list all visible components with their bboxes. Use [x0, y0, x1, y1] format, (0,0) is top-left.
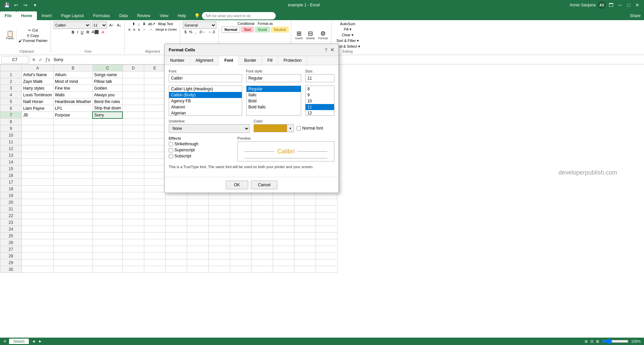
- tab-page-layout[interactable]: Page Layout: [56, 11, 88, 20]
- table-row[interactable]: [122, 152, 144, 159]
- table-row[interactable]: [53, 259, 93, 266]
- table-row[interactable]: [53, 186, 93, 192]
- row-header-5[interactable]: 5: [0, 98, 22, 105]
- table-row[interactable]: [22, 118, 54, 125]
- table-row[interactable]: Bend the rules: [93, 98, 122, 105]
- color-picker[interactable]: ▾: [254, 124, 294, 132]
- table-row[interactable]: [122, 145, 144, 152]
- table-row[interactable]: Purpose: [53, 112, 93, 118]
- row-header-17[interactable]: 17: [0, 179, 22, 186]
- table-row[interactable]: [316, 199, 337, 206]
- style-item-bold-italic[interactable]: Bold Italic: [247, 104, 301, 110]
- table-row[interactable]: [144, 165, 165, 172]
- view-page-break-icon[interactable]: ⊠: [596, 339, 599, 344]
- table-row[interactable]: [122, 105, 144, 112]
- col-header-b[interactable]: B: [53, 65, 93, 71]
- cancel-button[interactable]: Cancel: [251, 181, 277, 189]
- table-row[interactable]: [316, 192, 337, 199]
- undo-button[interactable]: ↩: [13, 2, 19, 8]
- font-input[interactable]: [169, 74, 242, 82]
- table-row[interactable]: [122, 212, 144, 219]
- table-row[interactable]: Liam Payne: [22, 105, 54, 112]
- table-row[interactable]: [187, 206, 208, 212]
- share-button[interactable]: Share: [630, 13, 641, 18]
- row-header-2[interactable]: 2: [0, 78, 22, 85]
- delete-button[interactable]: ⊟ Delete: [305, 30, 316, 41]
- table-row[interactable]: [187, 233, 208, 239]
- table-row[interactable]: [230, 253, 251, 259]
- table-row[interactable]: [251, 246, 273, 253]
- size-item-9[interactable]: 9: [306, 92, 334, 98]
- table-row[interactable]: [53, 192, 93, 199]
- italic-button[interactable]: I: [76, 30, 79, 35]
- table-row[interactable]: [53, 219, 93, 226]
- table-row[interactable]: [273, 192, 294, 199]
- table-row[interactable]: [294, 259, 316, 266]
- nav-right-button[interactable]: ►: [38, 339, 42, 344]
- table-row[interactable]: [53, 253, 93, 259]
- dialog-close-button[interactable]: ✕: [330, 47, 334, 53]
- table-row[interactable]: [273, 226, 294, 233]
- table-row[interactable]: [294, 212, 316, 219]
- decrease-font-button[interactable]: A↓: [116, 21, 122, 29]
- table-row[interactable]: [22, 226, 54, 233]
- formula-input[interactable]: [52, 57, 643, 62]
- table-row[interactable]: [122, 253, 144, 259]
- table-row[interactable]: [53, 125, 93, 132]
- table-row[interactable]: [165, 239, 187, 246]
- table-row[interactable]: [316, 246, 337, 253]
- tab-data[interactable]: Data: [114, 11, 132, 20]
- table-row[interactable]: [165, 253, 187, 259]
- table-row[interactable]: [273, 233, 294, 239]
- table-row[interactable]: [165, 259, 187, 266]
- table-row[interactable]: [93, 226, 122, 233]
- style-normal[interactable]: Normal: [221, 27, 240, 33]
- style-bad[interactable]: Bad: [241, 27, 254, 33]
- dialog-help-icon[interactable]: ?: [325, 47, 327, 53]
- table-row[interactable]: [22, 212, 54, 219]
- table-row[interactable]: [144, 112, 165, 118]
- table-row[interactable]: [294, 246, 316, 253]
- table-row[interactable]: [230, 266, 251, 273]
- tab-view[interactable]: View: [155, 11, 173, 20]
- table-row[interactable]: [208, 266, 230, 273]
- table-row[interactable]: [93, 206, 122, 212]
- table-row[interactable]: [316, 219, 337, 226]
- table-row[interactable]: [22, 125, 54, 132]
- sort-filter-button[interactable]: Sort & Filter ▾: [335, 38, 360, 43]
- table-row[interactable]: [251, 226, 273, 233]
- table-row[interactable]: [208, 239, 230, 246]
- font-name-select[interactable]: Calibri: [54, 21, 91, 29]
- table-row[interactable]: Sorry: [93, 112, 122, 118]
- table-row[interactable]: [251, 192, 273, 199]
- table-row[interactable]: [144, 125, 165, 132]
- table-row[interactable]: [144, 159, 165, 165]
- table-row[interactable]: [208, 253, 230, 259]
- table-row[interactable]: [208, 212, 230, 219]
- redo-button[interactable]: ↪: [22, 2, 29, 8]
- table-row[interactable]: [294, 219, 316, 226]
- table-row[interactable]: [316, 239, 337, 246]
- dialog-tab-border[interactable]: Border: [239, 56, 262, 65]
- table-row[interactable]: [294, 199, 316, 206]
- size-item-8[interactable]: 8: [306, 86, 334, 92]
- table-row[interactable]: [251, 266, 273, 273]
- table-row[interactable]: [144, 233, 165, 239]
- style-list[interactable]: Regular Italic Bold Bold Italic: [246, 86, 301, 116]
- table-row[interactable]: LP1: [53, 105, 93, 112]
- add-sheet-button[interactable]: +: [3, 338, 6, 344]
- row-header-20[interactable]: 20: [0, 199, 22, 206]
- table-row[interactable]: [22, 152, 54, 159]
- table-row[interactable]: [144, 192, 165, 199]
- table-row[interactable]: [144, 118, 165, 125]
- table-row[interactable]: [165, 246, 187, 253]
- font-item-calibri-light[interactable]: Calibri Light (Headings): [169, 86, 242, 92]
- table-row[interactable]: [22, 192, 54, 199]
- table-row[interactable]: [93, 239, 122, 246]
- table-row[interactable]: [294, 192, 316, 199]
- table-row[interactable]: [144, 139, 165, 145]
- dialog-tab-alignment[interactable]: Alignment: [190, 56, 219, 65]
- table-row[interactable]: Fine line: [53, 85, 93, 92]
- table-row[interactable]: [187, 246, 208, 253]
- table-row[interactable]: [53, 226, 93, 233]
